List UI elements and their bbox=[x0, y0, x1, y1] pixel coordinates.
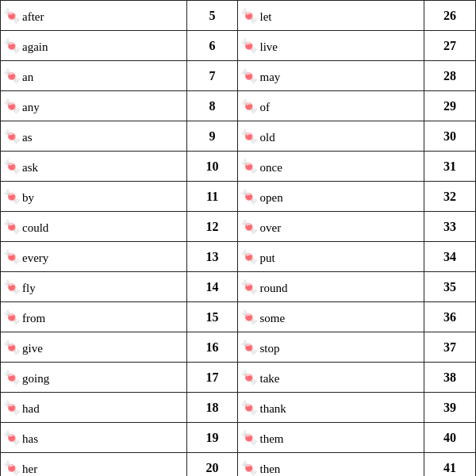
table-row: 🍬from15🍬some36 bbox=[1, 302, 476, 332]
candy-icon-right: 🍬 bbox=[240, 459, 258, 477]
table-row: 🍬as9🍬old30 bbox=[1, 121, 476, 152]
left-word: again bbox=[22, 40, 48, 53]
table-row: 🍬every13🍬put34 bbox=[1, 242, 476, 272]
right-word: stop bbox=[259, 342, 279, 355]
candy-icon-left: 🍬 bbox=[3, 128, 21, 145]
right-number-cell: 33 bbox=[424, 212, 476, 242]
table-row: 🍬had18🍬thank39 bbox=[1, 393, 476, 423]
right-word: then bbox=[259, 463, 280, 475]
right-word-cell: 🍬take bbox=[238, 363, 424, 393]
left-word-cell: 🍬every bbox=[1, 242, 187, 272]
table-row: 🍬give16🍬stop37 bbox=[1, 332, 476, 363]
right-word: put bbox=[259, 251, 274, 264]
left-number-cell: 5 bbox=[186, 1, 238, 31]
right-word-cell: 🍬some bbox=[238, 302, 424, 332]
left-number-cell: 7 bbox=[186, 61, 238, 91]
right-number-cell: 26 bbox=[424, 1, 476, 31]
table-row: 🍬by11🍬open32 bbox=[1, 182, 476, 212]
left-word-cell: 🍬could bbox=[1, 212, 187, 242]
left-number-cell: 20 bbox=[186, 453, 238, 477]
right-number-cell: 35 bbox=[424, 272, 476, 302]
sight-words-table: 🍬after5🍬let26🍬again6🍬live27🍬an7🍬may28🍬an… bbox=[0, 0, 476, 476]
right-word-cell: 🍬live bbox=[238, 31, 424, 61]
candy-icon-right: 🍬 bbox=[240, 188, 258, 205]
right-number-cell: 27 bbox=[424, 31, 476, 61]
right-word: let bbox=[259, 10, 271, 23]
right-word-cell: 🍬let bbox=[238, 1, 424, 31]
candy-icon-right: 🍬 bbox=[240, 278, 258, 296]
right-number-cell: 31 bbox=[424, 152, 476, 182]
table-row: 🍬after5🍬let26 bbox=[1, 1, 476, 31]
left-word-cell: 🍬give bbox=[1, 332, 187, 363]
table-row: 🍬fly14🍬round35 bbox=[1, 272, 476, 302]
right-word: them bbox=[259, 432, 283, 445]
candy-icon-right: 🍬 bbox=[240, 339, 258, 356]
right-number-cell: 30 bbox=[424, 121, 476, 152]
table-row: 🍬again6🍬live27 bbox=[1, 31, 476, 61]
left-word-cell: 🍬again bbox=[1, 31, 187, 61]
right-word-cell: 🍬round bbox=[238, 272, 424, 302]
table-row: 🍬an7🍬may28 bbox=[1, 61, 476, 91]
right-number-cell: 29 bbox=[424, 91, 476, 121]
candy-icon-right: 🍬 bbox=[240, 7, 258, 25]
left-word: from bbox=[22, 312, 45, 324]
candy-icon-left: 🍬 bbox=[3, 459, 21, 477]
right-word-cell: 🍬may bbox=[238, 61, 424, 91]
right-number-cell: 32 bbox=[424, 182, 476, 212]
left-number-cell: 11 bbox=[186, 182, 238, 212]
right-word-cell: 🍬of bbox=[238, 91, 424, 121]
left-word: an bbox=[22, 71, 33, 83]
left-word: had bbox=[22, 402, 40, 415]
candy-icon-left: 🍬 bbox=[3, 98, 21, 115]
left-word-cell: 🍬has bbox=[1, 423, 187, 453]
table-row: 🍬going17🍬take38 bbox=[1, 363, 476, 393]
left-word-cell: 🍬an bbox=[1, 61, 187, 91]
word-list-container: 🍬after5🍬let26🍬again6🍬live27🍬an7🍬may28🍬an… bbox=[0, 0, 476, 476]
left-word: by bbox=[22, 191, 34, 204]
left-word: as bbox=[22, 131, 33, 144]
left-number-cell: 6 bbox=[186, 31, 238, 61]
candy-icon-left: 🍬 bbox=[3, 67, 21, 85]
right-number-cell: 34 bbox=[424, 242, 476, 272]
left-word: after bbox=[22, 10, 44, 23]
right-word-cell: 🍬them bbox=[238, 423, 424, 453]
candy-icon-right: 🍬 bbox=[240, 98, 258, 115]
right-number-cell: 28 bbox=[424, 61, 476, 91]
left-word-cell: 🍬ask bbox=[1, 152, 187, 182]
right-word: over bbox=[259, 221, 281, 234]
right-word-cell: 🍬stop bbox=[238, 332, 424, 363]
candy-icon-right: 🍬 bbox=[240, 218, 258, 236]
candy-icon-left: 🍬 bbox=[3, 278, 21, 296]
table-row: 🍬her20🍬then41 bbox=[1, 453, 476, 477]
left-number-cell: 18 bbox=[186, 393, 238, 423]
left-number-cell: 13 bbox=[186, 242, 238, 272]
right-word: old bbox=[259, 131, 274, 144]
table-row: 🍬has19🍬them40 bbox=[1, 423, 476, 453]
left-word-cell: 🍬fly bbox=[1, 272, 187, 302]
right-word-cell: 🍬old bbox=[238, 121, 424, 152]
right-word-cell: 🍬once bbox=[238, 152, 424, 182]
right-number-cell: 39 bbox=[424, 393, 476, 423]
right-word: some bbox=[259, 312, 285, 324]
left-word-cell: 🍬going bbox=[1, 363, 187, 393]
left-number-cell: 17 bbox=[186, 363, 238, 393]
left-word: any bbox=[22, 101, 40, 113]
left-number-cell: 15 bbox=[186, 302, 238, 332]
left-word-cell: 🍬any bbox=[1, 91, 187, 121]
right-word-cell: 🍬thank bbox=[238, 393, 424, 423]
candy-icon-left: 🍬 bbox=[3, 7, 21, 25]
right-number-cell: 36 bbox=[424, 302, 476, 332]
right-word-cell: 🍬put bbox=[238, 242, 424, 272]
right-word: open bbox=[259, 191, 282, 204]
candy-icon-right: 🍬 bbox=[240, 399, 258, 416]
left-word: fly bbox=[22, 282, 36, 294]
candy-icon-left: 🍬 bbox=[3, 37, 21, 55]
right-word: round bbox=[259, 282, 287, 294]
right-word: of bbox=[259, 101, 270, 113]
left-word: going bbox=[22, 372, 49, 385]
candy-icon-left: 🍬 bbox=[3, 158, 21, 175]
right-number-cell: 41 bbox=[424, 453, 476, 477]
right-word-cell: 🍬over bbox=[238, 212, 424, 242]
right-number-cell: 40 bbox=[424, 423, 476, 453]
candy-icon-left: 🍬 bbox=[3, 188, 21, 205]
